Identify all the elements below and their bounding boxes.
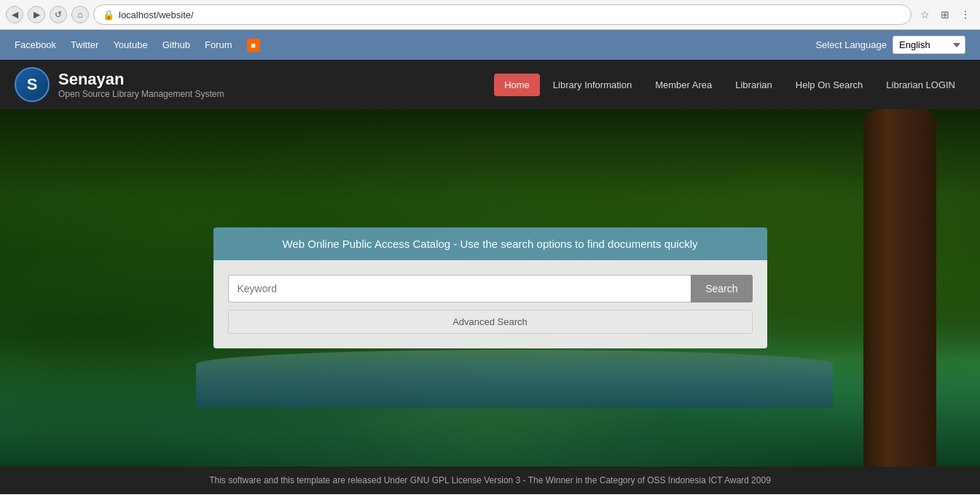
bookmark-button[interactable]: ☆ xyxy=(916,6,933,23)
refresh-button[interactable]: ↺ xyxy=(50,6,67,23)
search-title: Web Online Public Access Catalog - Use t… xyxy=(213,227,767,260)
search-body: Search Advanced Search xyxy=(213,260,767,348)
logo-area: S Senayan Open Source Library Management… xyxy=(15,67,224,102)
security-icon: 🔒 xyxy=(103,9,114,20)
main-content: Web Online Public Access Catalog - Use t… xyxy=(0,109,980,466)
nav-member-area[interactable]: Member Area xyxy=(645,74,722,96)
advanced-search-bar[interactable]: Advanced Search xyxy=(228,310,753,334)
nav-home[interactable]: Home xyxy=(494,74,540,96)
site-header: S Senayan Open Source Library Management… xyxy=(0,60,980,109)
logo-letter: S xyxy=(27,75,38,94)
github-link[interactable]: Github xyxy=(162,39,190,50)
footer-text: This software and this template are rele… xyxy=(209,475,771,485)
nav-help-search[interactable]: Help On Search xyxy=(785,74,874,96)
nav-librarian-login[interactable]: Librarian LOGIN xyxy=(876,74,965,96)
language-section: Select Language English Indonesian xyxy=(815,36,965,54)
forum-link[interactable]: Forum xyxy=(205,39,232,50)
nav-library-info[interactable]: Library Information xyxy=(543,74,642,96)
social-links: Facebook Twitter Youtube Github Forum ■ xyxy=(15,39,260,52)
tree-trunk xyxy=(863,109,936,466)
url-text: localhost/website/ xyxy=(119,9,194,20)
nav-librarian[interactable]: Librarian xyxy=(725,74,783,96)
logo-text: Senayan Open Source Library Management S… xyxy=(58,70,224,99)
search-overlay: Web Online Public Access Catalog - Use t… xyxy=(213,227,767,348)
rss-icon[interactable]: ■ xyxy=(247,39,260,52)
twitter-link[interactable]: Twitter xyxy=(71,39,98,50)
site-footer: This software and this template are rele… xyxy=(0,466,980,494)
site-name: Senayan xyxy=(58,70,224,89)
browser-toolbar: ◀ ▶ ↺ ⌂ 🔒 localhost/website/ ☆ ⊞ ⋮ xyxy=(0,0,980,29)
main-nav: Home Library Information Member Area Lib… xyxy=(494,74,965,96)
extensions-button[interactable]: ⊞ xyxy=(936,6,954,23)
search-row: Search xyxy=(228,275,753,302)
youtube-link[interactable]: Youtube xyxy=(113,39,147,50)
language-label: Select Language xyxy=(815,39,887,50)
stream xyxy=(196,350,833,408)
browser-chrome: ◀ ▶ ↺ ⌂ 🔒 localhost/website/ ☆ ⊞ ⋮ xyxy=(0,0,980,30)
social-bar: Facebook Twitter Youtube Github Forum ■ … xyxy=(0,30,980,60)
site-subtitle: Open Source Library Management System xyxy=(58,89,224,99)
home-button[interactable]: ⌂ xyxy=(71,6,89,23)
facebook-link[interactable]: Facebook xyxy=(15,39,56,50)
forward-button[interactable]: ▶ xyxy=(28,6,45,23)
back-button[interactable]: ◀ xyxy=(6,6,23,23)
address-bar[interactable]: 🔒 localhost/website/ xyxy=(93,4,912,25)
language-select[interactable]: English Indonesian xyxy=(893,36,965,54)
search-button[interactable]: Search xyxy=(691,275,752,302)
browser-actions: ☆ ⊞ ⋮ xyxy=(916,6,974,23)
logo-icon: S xyxy=(15,67,50,102)
search-input[interactable] xyxy=(228,275,691,302)
menu-button[interactable]: ⋮ xyxy=(957,6,974,23)
